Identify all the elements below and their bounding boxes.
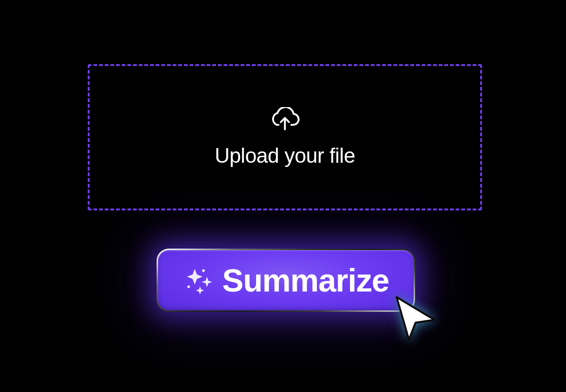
upload-label: Upload your file	[215, 144, 355, 167]
svg-point-1	[202, 269, 205, 272]
sparkles-icon	[183, 263, 217, 298]
svg-point-2	[187, 285, 190, 288]
summarize-button-label: Summarize	[222, 262, 389, 299]
cloud-upload-icon	[270, 107, 300, 132]
file-upload-dropzone[interactable]: Upload your file	[88, 64, 482, 210]
summarize-button[interactable]: Summarize	[157, 249, 415, 312]
